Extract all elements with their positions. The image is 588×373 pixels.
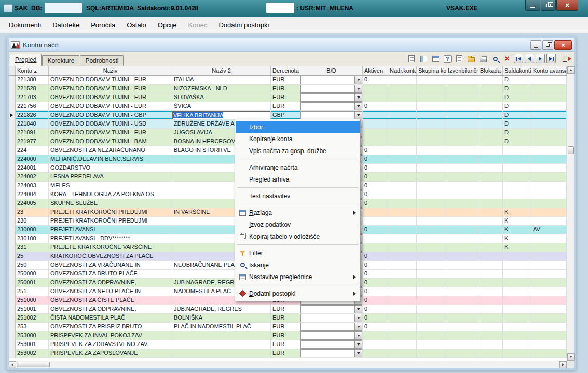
cell-skupina[interactable] [417, 349, 446, 358]
cell-sald[interactable] [503, 305, 531, 314]
cell-izven[interactable] [446, 217, 478, 226]
close-button[interactable]: × [556, 0, 578, 11]
cell-skupina[interactable] [417, 76, 446, 85]
cell-skupina[interactable] [417, 243, 446, 252]
cell-aktiven[interactable]: 0 [363, 102, 388, 111]
cell-nadr[interactable] [388, 111, 417, 120]
cell-nadr[interactable] [388, 76, 417, 85]
cell-skupina[interactable] [417, 234, 446, 243]
cell-avans[interactable] [531, 120, 567, 129]
columns-button[interactable] [418, 53, 429, 64]
row-selector[interactable] [9, 93, 16, 102]
cell-nadr[interactable] [388, 340, 417, 349]
cell-nadr[interactable] [388, 226, 417, 234]
cell-naziv[interactable]: OBVEZNOSTI ZA NEZARAČUNANO [49, 146, 172, 155]
cell-den[interactable]: EUR [271, 331, 300, 340]
cell-skupina[interactable] [417, 111, 446, 120]
cell-avans[interactable] [531, 182, 567, 190]
context-menu-item-vpis-na-rta-za-gosp-dru-be[interactable]: Vpis načrta za gosp. družbe [236, 145, 360, 157]
cell-nadr[interactable] [388, 243, 417, 252]
nav-next-button[interactable] [536, 54, 545, 63]
cell-nadr[interactable] [388, 129, 417, 137]
row-selector[interactable] [9, 208, 16, 217]
cell-avans[interactable] [531, 199, 567, 208]
bd-dropdown[interactable] [300, 340, 362, 349]
bd-dropdown[interactable] [300, 111, 362, 119]
cell-bd[interactable] [300, 93, 363, 102]
cell-aktiven[interactable]: 0 [363, 270, 388, 279]
cell-aktiven[interactable]: 0 [363, 146, 388, 155]
cell-konto[interactable]: 221380 [16, 76, 49, 85]
col-header-blokada[interactable]: Blokada [478, 66, 503, 75]
cell-izven[interactable] [446, 323, 478, 331]
horizontal-scrollbar[interactable] [9, 361, 567, 368]
cell-skupina[interactable] [417, 120, 446, 129]
cell-naziv[interactable]: OBVEZN.DO DOBAV.V TUJINI - EUR [49, 102, 172, 111]
cell-avans[interactable] [531, 111, 567, 120]
cell-aktiven[interactable]: 0 [363, 155, 388, 164]
cell-nadr[interactable] [388, 199, 417, 208]
cell-blokada[interactable] [478, 331, 503, 340]
cell-avans[interactable] [531, 261, 567, 270]
cell-den[interactable]: EUR [271, 85, 300, 93]
cell-avans[interactable] [531, 155, 567, 164]
cell-avans[interactable] [531, 146, 567, 155]
cell-blokada[interactable] [478, 252, 503, 261]
cell-naziv2[interactable]: JUB.NAGRADE, REGRES [172, 305, 271, 314]
cell-nadr[interactable] [388, 85, 417, 93]
row-selector[interactable] [9, 314, 16, 323]
cell-aktiven[interactable] [363, 129, 388, 137]
cell-izven[interactable] [446, 164, 478, 173]
cell-skupina[interactable] [417, 155, 446, 164]
cell-skupina[interactable] [417, 199, 446, 208]
cell-blokada[interactable] [478, 120, 503, 129]
cell-avans[interactable] [531, 287, 567, 296]
cell-blokada[interactable] [478, 349, 503, 358]
cell-blokada[interactable] [478, 305, 503, 314]
cell-avans[interactable] [531, 76, 567, 85]
restore-button[interactable] [541, 0, 556, 11]
bd-dropdown[interactable] [300, 323, 362, 331]
cell-bd[interactable] [300, 314, 363, 323]
col-header-avans[interactable]: Konto avansa [531, 66, 567, 75]
cell-avans[interactable]: AV [531, 226, 567, 234]
cell-sald[interactable] [503, 155, 531, 164]
cell-avans[interactable] [531, 279, 567, 287]
cell-izven[interactable] [446, 102, 478, 111]
cell-skupina[interactable] [417, 296, 446, 305]
bd-dropdown[interactable] [300, 102, 362, 110]
cell-blokada[interactable] [478, 146, 503, 155]
cell-aktiven[interactable]: 0 [363, 76, 388, 85]
cell-aktiven[interactable]: 0 [363, 261, 388, 270]
cell-aktiven[interactable] [363, 93, 388, 102]
cell-nadr[interactable] [388, 217, 417, 226]
child-close-button[interactable]: × [554, 40, 572, 50]
cell-izven[interactable] [446, 349, 478, 358]
table-row[interactable]: 221756OBVEZN.DO DOBAV.V TUJINI - EURŠVIC… [9, 102, 567, 111]
cell-skupina[interactable] [417, 173, 446, 182]
row-selector[interactable] [9, 349, 16, 358]
cell-naziv[interactable]: MEHANIČ.DELAV.IN BENC.SERVIS [49, 155, 172, 164]
cell-konto[interactable]: 224 [16, 146, 49, 155]
cell-sald[interactable]: K [503, 234, 531, 243]
nav-last-button[interactable] [546, 54, 556, 63]
cell-naziv[interactable]: OBVEZN.DO DOBAV.V TUJINI - GBP [49, 111, 172, 120]
cell-izven[interactable] [446, 243, 478, 252]
delete-button[interactable]: × [502, 53, 512, 64]
cell-izven[interactable] [446, 111, 478, 120]
cell-naziv[interactable]: PREJETI KRATKOROČNI PREDUJMI [49, 208, 172, 217]
cell-blokada[interactable] [478, 287, 503, 296]
cell-konto[interactable]: 250001 [16, 279, 49, 287]
exit-button[interactable] [562, 53, 572, 64]
main-titlebar[interactable]: SAK DB: SQL:ARTEMIDA Saldakonti:9.01.042… [0, 0, 588, 17]
cell-konto[interactable]: 253002 [16, 349, 49, 358]
cell-den[interactable]: EUR [271, 314, 300, 323]
cell-aktiven[interactable] [363, 340, 388, 349]
cell-sald[interactable] [503, 190, 531, 199]
cell-blokada[interactable] [478, 173, 503, 182]
dropdown-button[interactable] [354, 350, 362, 357]
cell-bd[interactable] [300, 331, 363, 340]
col-header-izven[interactable]: Izvenbilančni [446, 66, 478, 75]
scroll-right-button[interactable] [559, 361, 567, 368]
cell-naziv2[interactable]: ITALIJA [172, 76, 271, 85]
